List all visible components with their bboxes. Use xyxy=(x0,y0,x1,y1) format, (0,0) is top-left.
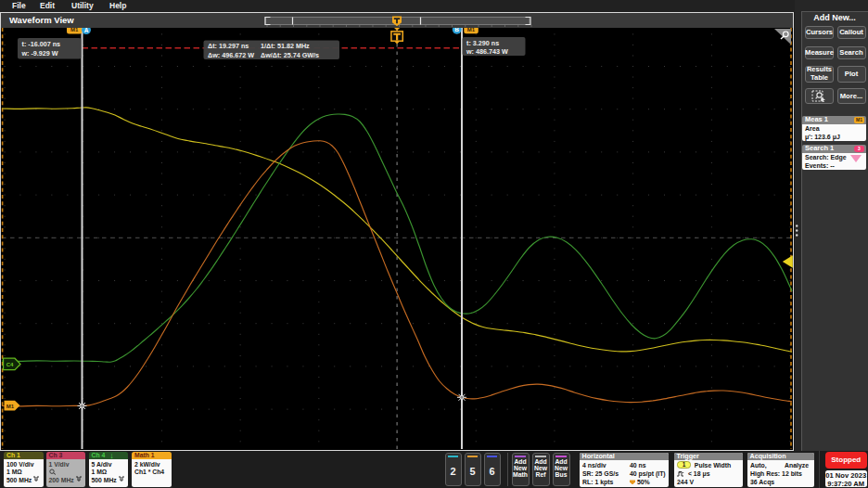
svg-text:1: 1 xyxy=(683,461,686,468)
svg-text:A: A xyxy=(84,28,89,33)
svg-text:t: -16.007 ns: t: -16.007 ns xyxy=(22,40,61,48)
svg-text:M1: M1 xyxy=(467,28,476,32)
svg-text:Δt: 19.297 ns: Δt: 19.297 ns xyxy=(208,42,249,50)
svg-text:Δw/Δt: 25.74 GW/s: Δw/Δt: 25.74 GW/s xyxy=(261,51,319,59)
svg-text:M1: M1 xyxy=(70,28,79,32)
svg-text:Δw: 496.672 W: Δw: 496.672 W xyxy=(208,51,254,59)
svg-text:w: -9.929 W: w: -9.929 W xyxy=(21,49,58,58)
svg-text:B: B xyxy=(454,28,459,32)
svg-text:w: 486.743 W: w: 486.743 W xyxy=(466,47,508,56)
svg-text:t: 3.290 ns: t: 3.290 ns xyxy=(466,39,499,47)
svg-text:1/Δt: 51.82 MHz: 1/Δt: 51.82 MHz xyxy=(261,42,310,50)
svg-text:M1: M1 xyxy=(6,404,15,409)
svg-text:C4: C4 xyxy=(6,362,14,367)
